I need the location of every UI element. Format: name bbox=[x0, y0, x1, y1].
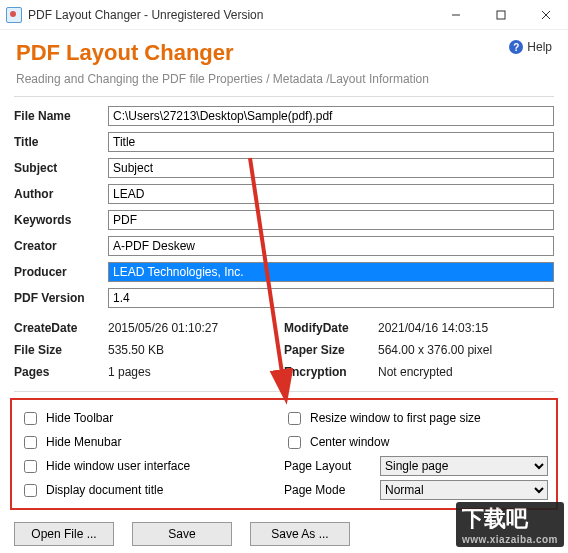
hide-wui-checkbox[interactable] bbox=[24, 460, 37, 473]
modifydate-label: ModifyDate bbox=[284, 321, 378, 335]
titlebar: PDF Layout Changer - Unregistered Versio… bbox=[0, 0, 568, 30]
app-brand: PDF Layout Changer bbox=[16, 40, 234, 66]
properties-panel: File Name Title Subject Author Keywords … bbox=[0, 97, 568, 313]
watermark: 下载吧 www.xiazaiba.com bbox=[456, 502, 564, 547]
keywords-input[interactable] bbox=[108, 210, 554, 230]
separator-2 bbox=[14, 391, 554, 392]
title-label: Title bbox=[14, 135, 108, 149]
header: PDF Layout Changer ? Help bbox=[0, 30, 568, 72]
file-name-input[interactable] bbox=[108, 106, 554, 126]
svg-rect-1 bbox=[497, 11, 505, 19]
watermark-main: 下载吧 bbox=[462, 506, 528, 531]
papersize-value: 564.00 x 376.00 pixel bbox=[378, 343, 492, 357]
close-button[interactable] bbox=[523, 0, 568, 30]
author-input[interactable] bbox=[108, 184, 554, 204]
file-name-label: File Name bbox=[14, 109, 108, 123]
subject-label: Subject bbox=[14, 161, 108, 175]
app-icon bbox=[6, 7, 22, 23]
help-label: Help bbox=[527, 40, 552, 54]
createdate-label: CreateDate bbox=[14, 321, 108, 335]
pdfversion-label: PDF Version bbox=[14, 291, 108, 305]
open-file-button[interactable]: Open File ... bbox=[14, 522, 114, 546]
info-panel: CreateDate 2015/05/26 01:10:27 ModifyDat… bbox=[0, 313, 568, 391]
hide-menubar-label: Hide Menubar bbox=[46, 435, 121, 449]
page-mode-label: Page Mode bbox=[284, 483, 374, 497]
help-link[interactable]: ? Help bbox=[509, 40, 552, 54]
filesize-value: 535.50 KB bbox=[108, 343, 164, 357]
maximize-button[interactable] bbox=[478, 0, 523, 30]
pages-label: Pages bbox=[14, 365, 108, 379]
creator-label: Creator bbox=[14, 239, 108, 253]
center-window-label: Center window bbox=[310, 435, 389, 449]
page-layout-label: Page Layout bbox=[284, 459, 374, 473]
resize-window-checkbox[interactable] bbox=[288, 412, 301, 425]
save-as-button[interactable]: Save As ... bbox=[250, 522, 350, 546]
window-title: PDF Layout Changer - Unregistered Versio… bbox=[28, 8, 433, 22]
pages-value: 1 pages bbox=[108, 365, 151, 379]
hide-wui-label: Hide window user interface bbox=[46, 459, 190, 473]
modifydate-value: 2021/04/16 14:03:15 bbox=[378, 321, 488, 335]
creator-input[interactable] bbox=[108, 236, 554, 256]
papersize-label: Paper Size bbox=[284, 343, 378, 357]
author-label: Author bbox=[14, 187, 108, 201]
page-layout-select[interactable]: Single page bbox=[380, 456, 548, 476]
tagline: Reading and Changing the PDF file Proper… bbox=[16, 72, 552, 86]
page-mode-select[interactable]: Normal bbox=[380, 480, 548, 500]
subject-input[interactable] bbox=[108, 158, 554, 178]
save-button[interactable]: Save bbox=[132, 522, 232, 546]
minimize-button[interactable] bbox=[433, 0, 478, 30]
producer-label: Producer bbox=[14, 265, 108, 279]
producer-input[interactable] bbox=[108, 262, 554, 282]
resize-window-label: Resize window to first page size bbox=[310, 411, 481, 425]
filesize-label: File Size bbox=[14, 343, 108, 357]
hide-menubar-checkbox[interactable] bbox=[24, 436, 37, 449]
watermark-sub: www.xiazaiba.com bbox=[462, 534, 558, 545]
encryption-label: Encryption bbox=[284, 365, 378, 379]
hide-toolbar-label: Hide Toolbar bbox=[46, 411, 113, 425]
createdate-value: 2015/05/26 01:10:27 bbox=[108, 321, 218, 335]
pdfversion-input[interactable] bbox=[108, 288, 554, 308]
keywords-label: Keywords bbox=[14, 213, 108, 227]
center-window-checkbox[interactable] bbox=[288, 436, 301, 449]
title-input[interactable] bbox=[108, 132, 554, 152]
encryption-value: Not encrypted bbox=[378, 365, 453, 379]
options-panel: Hide Toolbar Hide Menubar Hide window us… bbox=[10, 398, 558, 510]
display-doc-title-label: Display document title bbox=[46, 483, 163, 497]
display-doc-title-checkbox[interactable] bbox=[24, 484, 37, 497]
help-icon: ? bbox=[509, 40, 523, 54]
hide-toolbar-checkbox[interactable] bbox=[24, 412, 37, 425]
